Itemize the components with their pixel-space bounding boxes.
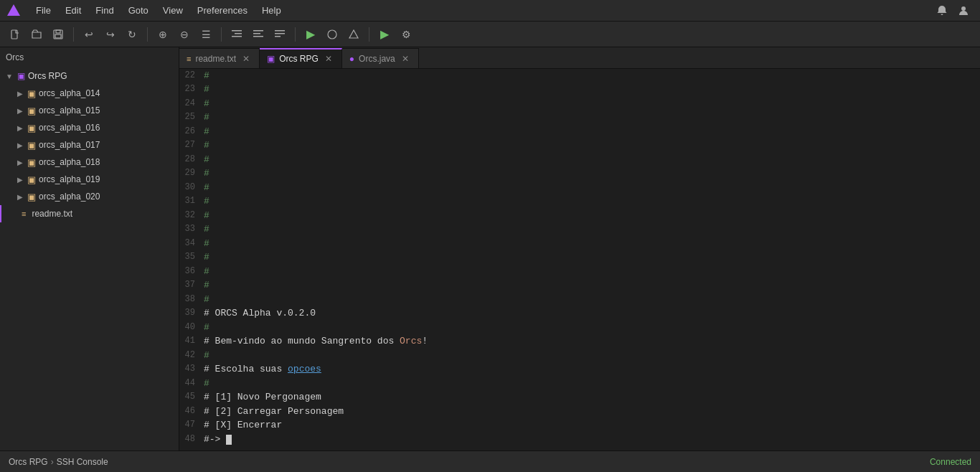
redo-button[interactable]: ↪ <box>101 25 120 44</box>
sidebar-item-folder-015[interactable]: ▶ ▣ orcs_alpha_015 <box>0 102 179 119</box>
sidebar-item-folder-016[interactable]: ▶ ▣ orcs_alpha_016 <box>0 119 179 136</box>
file-icon: ≡ <box>22 209 26 218</box>
tab-readme[interactable]: ≡ readme.txt ✕ <box>179 48 260 68</box>
sidebar-item-folder-014[interactable]: ▶ ▣ orcs_alpha_014 <box>0 85 179 102</box>
refresh-button[interactable]: ↻ <box>123 25 141 44</box>
code-line: 30# <box>179 181 980 195</box>
tree-root-chevron: ▼ <box>6 72 13 80</box>
svg-point-1 <box>961 6 966 11</box>
tab-readme-label: readme.txt <box>195 54 236 64</box>
folder-label: orcs_alpha_020 <box>39 192 100 202</box>
tab-readme-close[interactable]: ✕ <box>240 53 252 65</box>
svg-rect-8 <box>232 36 242 37</box>
prompt-line: 48#-> <box>179 433 980 447</box>
editor-content[interactable]: 1# 2# 3# 4# 5# 6# 7# 8# 9# 10# 11# 12# 1… <box>179 69 980 450</box>
app-logo <box>6 3 22 19</box>
undo-button[interactable]: ↩ <box>80 25 98 44</box>
folder-label: orcs_alpha_017 <box>39 140 100 150</box>
folder-chevron: ▶ <box>17 176 23 184</box>
sidebar-root[interactable]: Orcs <box>0 47 179 67</box>
menu-goto[interactable]: Goto <box>121 2 156 19</box>
code-line: 27# <box>179 138 980 153</box>
svg-rect-9 <box>253 30 263 32</box>
tab-orcs-close[interactable]: ✕ <box>323 53 334 65</box>
separator-3 <box>221 27 222 42</box>
menu-file[interactable]: File <box>29 2 58 19</box>
menu-preferences[interactable]: Preferences <box>190 2 255 19</box>
menu-view[interactable]: View <box>156 2 190 19</box>
folder-label: orcs_alpha_018 <box>39 157 100 167</box>
folder-label: orcs_alpha_019 <box>39 174 100 184</box>
tab-java-close[interactable]: ✕ <box>400 53 411 65</box>
tree-root-label: Orcs RPG <box>28 71 67 81</box>
build-button[interactable] <box>344 25 363 44</box>
stop-button[interactable] <box>323 25 341 44</box>
indent-button[interactable] <box>227 25 246 44</box>
folder-icon: ▣ <box>27 105 36 116</box>
menu-line-3: 47# [X] Encerrar <box>179 418 980 433</box>
sidebar-tree-root[interactable]: ▼ ▣ Orcs RPG <box>0 67 179 85</box>
code-line: 36# <box>179 265 980 279</box>
menu-edit[interactable]: Edit <box>58 2 88 19</box>
tab-orcs-rpg[interactable]: ▣ Orcs RPG ✕ <box>260 48 342 68</box>
sidebar-item-readme[interactable]: ≡ readme.txt <box>0 205 179 222</box>
sidebar: Orcs ▼ ▣ Orcs RPG ▶ ▣ orcs_alpha_014 ▶ ▣… <box>0 47 179 450</box>
editor-area: ≡ readme.txt ✕ ▣ Orcs RPG ✕ ● Orcs.java … <box>179 47 980 450</box>
play2-button[interactable]: ▶ <box>375 25 394 44</box>
code-line: 33# <box>179 222 980 237</box>
code-line: 42# <box>179 349 980 363</box>
tab-modified-indicator: ● <box>349 54 354 64</box>
svg-rect-6 <box>232 30 242 32</box>
code-line: 28# <box>179 153 980 167</box>
outdent-button[interactable] <box>249 25 268 44</box>
tab-orcs-label: Orcs RPG <box>279 54 319 64</box>
folder-chevron: ▶ <box>17 193 23 201</box>
svg-rect-14 <box>275 36 281 37</box>
settings-button[interactable]: ⚙ <box>397 25 415 44</box>
sidebar-item-folder-017[interactable]: ▶ ▣ orcs_alpha_017 <box>0 136 179 154</box>
separator-5 <box>369 27 369 42</box>
folder-label: orcs_alpha_014 <box>39 88 100 98</box>
sidebar-item-folder-018[interactable]: ▶ ▣ orcs_alpha_018 <box>0 154 179 171</box>
code-line: 37# <box>179 278 980 293</box>
tab-orcs-java[interactable]: ● Orcs.java ✕ <box>342 48 419 68</box>
list-button[interactable]: ☰ <box>197 25 215 44</box>
separator-2 <box>147 27 148 42</box>
save-button[interactable] <box>49 25 67 44</box>
status-section: SSH Console <box>57 457 108 467</box>
svg-rect-10 <box>253 33 260 34</box>
code-line: 25# <box>179 110 980 125</box>
separator-4 <box>295 27 296 42</box>
code-line: 23# <box>179 82 980 97</box>
tab-java-label: Orcs.java <box>359 54 395 64</box>
tab-readme-icon: ≡ <box>187 55 191 63</box>
zoom-in-button[interactable]: ⊕ <box>154 25 172 44</box>
folder-icon: ▣ <box>27 192 36 202</box>
svg-rect-2 <box>11 30 17 39</box>
folder-chevron: ▶ <box>17 159 23 166</box>
new-file-button[interactable] <box>6 25 24 44</box>
folder-chevron: ▶ <box>17 124 23 132</box>
folder-icon: ▣ <box>27 88 36 99</box>
folder-icon: ▣ <box>27 123 36 133</box>
notification-icon[interactable] <box>934 3 950 19</box>
status-connected: Connected <box>930 457 971 467</box>
code-line: 31# <box>179 194 980 209</box>
zoom-out-button[interactable]: ⊖ <box>175 25 194 44</box>
svg-rect-13 <box>275 33 285 34</box>
svg-rect-12 <box>275 30 285 32</box>
tabs-bar: ≡ readme.txt ✕ ▣ Orcs RPG ✕ ● Orcs.java … <box>179 47 980 69</box>
sidebar-item-folder-020[interactable]: ▶ ▣ orcs_alpha_020 <box>0 188 179 205</box>
open-button[interactable] <box>27 25 46 44</box>
menu-find[interactable]: Find <box>88 2 121 19</box>
svg-rect-4 <box>56 30 60 33</box>
folder-chevron: ▶ <box>17 107 23 115</box>
folder-icon: ▣ <box>27 140 36 151</box>
account-icon[interactable] <box>956 3 971 19</box>
menu-help[interactable]: Help <box>255 2 288 19</box>
sidebar-item-folder-019[interactable]: ▶ ▣ orcs_alpha_019 <box>0 171 179 188</box>
format-button[interactable] <box>270 25 289 44</box>
folder-label: orcs_alpha_015 <box>39 105 100 115</box>
opcoes-line: 43# Escolha suas opcoes <box>179 362 980 377</box>
run-button[interactable]: ▶ <box>301 25 320 44</box>
